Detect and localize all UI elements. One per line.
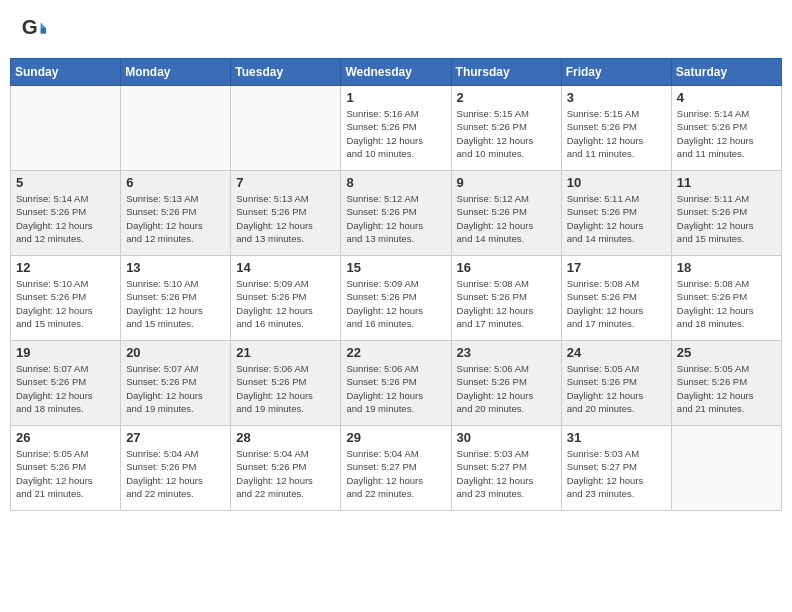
day-info: Sunrise: 5:16 AM Sunset: 5:26 PM Dayligh… [346,107,445,160]
day-number: 29 [346,430,445,445]
week-row-1: 1Sunrise: 5:16 AM Sunset: 5:26 PM Daylig… [11,86,782,171]
day-info: Sunrise: 5:04 AM Sunset: 5:26 PM Dayligh… [236,447,335,500]
day-info: Sunrise: 5:05 AM Sunset: 5:26 PM Dayligh… [16,447,115,500]
day-info: Sunrise: 5:15 AM Sunset: 5:26 PM Dayligh… [567,107,666,160]
col-header-thursday: Thursday [451,59,561,86]
day-info: Sunrise: 5:07 AM Sunset: 5:26 PM Dayligh… [16,362,115,415]
day-cell: 1Sunrise: 5:16 AM Sunset: 5:26 PM Daylig… [341,86,451,171]
day-number: 8 [346,175,445,190]
day-cell: 3Sunrise: 5:15 AM Sunset: 5:26 PM Daylig… [561,86,671,171]
day-number: 21 [236,345,335,360]
day-number: 18 [677,260,776,275]
day-number: 5 [16,175,115,190]
day-number: 4 [677,90,776,105]
day-number: 11 [677,175,776,190]
day-number: 27 [126,430,225,445]
day-cell: 26Sunrise: 5:05 AM Sunset: 5:26 PM Dayli… [11,426,121,511]
day-info: Sunrise: 5:08 AM Sunset: 5:26 PM Dayligh… [567,277,666,330]
day-info: Sunrise: 5:13 AM Sunset: 5:26 PM Dayligh… [236,192,335,245]
day-cell: 31Sunrise: 5:03 AM Sunset: 5:27 PM Dayli… [561,426,671,511]
day-number: 22 [346,345,445,360]
day-cell: 4Sunrise: 5:14 AM Sunset: 5:26 PM Daylig… [671,86,781,171]
day-cell: 5Sunrise: 5:14 AM Sunset: 5:26 PM Daylig… [11,171,121,256]
day-cell [121,86,231,171]
day-info: Sunrise: 5:14 AM Sunset: 5:26 PM Dayligh… [677,107,776,160]
day-cell: 22Sunrise: 5:06 AM Sunset: 5:26 PM Dayli… [341,341,451,426]
day-info: Sunrise: 5:10 AM Sunset: 5:26 PM Dayligh… [126,277,225,330]
day-info: Sunrise: 5:12 AM Sunset: 5:26 PM Dayligh… [346,192,445,245]
day-number: 10 [567,175,666,190]
logo: G [20,15,52,43]
day-info: Sunrise: 5:06 AM Sunset: 5:26 PM Dayligh… [346,362,445,415]
day-number: 2 [457,90,556,105]
logo-icon: G [20,15,48,43]
day-number: 6 [126,175,225,190]
calendar-table: SundayMondayTuesdayWednesdayThursdayFrid… [10,58,782,511]
day-cell: 30Sunrise: 5:03 AM Sunset: 5:27 PM Dayli… [451,426,561,511]
day-info: Sunrise: 5:07 AM Sunset: 5:26 PM Dayligh… [126,362,225,415]
svg-marker-2 [41,28,47,34]
day-cell [231,86,341,171]
day-cell: 9Sunrise: 5:12 AM Sunset: 5:26 PM Daylig… [451,171,561,256]
day-info: Sunrise: 5:04 AM Sunset: 5:26 PM Dayligh… [126,447,225,500]
day-cell: 24Sunrise: 5:05 AM Sunset: 5:26 PM Dayli… [561,341,671,426]
day-number: 23 [457,345,556,360]
day-number: 13 [126,260,225,275]
day-number: 1 [346,90,445,105]
day-cell: 7Sunrise: 5:13 AM Sunset: 5:26 PM Daylig… [231,171,341,256]
col-header-monday: Monday [121,59,231,86]
day-cell [11,86,121,171]
day-info: Sunrise: 5:03 AM Sunset: 5:27 PM Dayligh… [567,447,666,500]
day-cell: 6Sunrise: 5:13 AM Sunset: 5:26 PM Daylig… [121,171,231,256]
day-number: 28 [236,430,335,445]
day-cell: 23Sunrise: 5:06 AM Sunset: 5:26 PM Dayli… [451,341,561,426]
day-info: Sunrise: 5:05 AM Sunset: 5:26 PM Dayligh… [567,362,666,415]
week-row-4: 19Sunrise: 5:07 AM Sunset: 5:26 PM Dayli… [11,341,782,426]
week-row-5: 26Sunrise: 5:05 AM Sunset: 5:26 PM Dayli… [11,426,782,511]
day-info: Sunrise: 5:09 AM Sunset: 5:26 PM Dayligh… [346,277,445,330]
day-number: 19 [16,345,115,360]
page-header: G [10,10,782,48]
day-number: 14 [236,260,335,275]
col-header-saturday: Saturday [671,59,781,86]
day-cell: 2Sunrise: 5:15 AM Sunset: 5:26 PM Daylig… [451,86,561,171]
svg-marker-1 [41,22,47,28]
day-info: Sunrise: 5:05 AM Sunset: 5:26 PM Dayligh… [677,362,776,415]
day-number: 15 [346,260,445,275]
calendar-body: 1Sunrise: 5:16 AM Sunset: 5:26 PM Daylig… [11,86,782,511]
svg-text:G: G [22,15,38,38]
day-number: 7 [236,175,335,190]
week-row-3: 12Sunrise: 5:10 AM Sunset: 5:26 PM Dayli… [11,256,782,341]
col-header-friday: Friday [561,59,671,86]
col-header-tuesday: Tuesday [231,59,341,86]
day-number: 20 [126,345,225,360]
day-number: 26 [16,430,115,445]
day-info: Sunrise: 5:08 AM Sunset: 5:26 PM Dayligh… [457,277,556,330]
day-cell: 18Sunrise: 5:08 AM Sunset: 5:26 PM Dayli… [671,256,781,341]
day-info: Sunrise: 5:12 AM Sunset: 5:26 PM Dayligh… [457,192,556,245]
day-cell: 28Sunrise: 5:04 AM Sunset: 5:26 PM Dayli… [231,426,341,511]
day-cell: 16Sunrise: 5:08 AM Sunset: 5:26 PM Dayli… [451,256,561,341]
day-info: Sunrise: 5:10 AM Sunset: 5:26 PM Dayligh… [16,277,115,330]
day-info: Sunrise: 5:06 AM Sunset: 5:26 PM Dayligh… [236,362,335,415]
day-info: Sunrise: 5:15 AM Sunset: 5:26 PM Dayligh… [457,107,556,160]
day-info: Sunrise: 5:11 AM Sunset: 5:26 PM Dayligh… [677,192,776,245]
day-number: 16 [457,260,556,275]
day-cell: 17Sunrise: 5:08 AM Sunset: 5:26 PM Dayli… [561,256,671,341]
day-cell: 8Sunrise: 5:12 AM Sunset: 5:26 PM Daylig… [341,171,451,256]
day-cell: 11Sunrise: 5:11 AM Sunset: 5:26 PM Dayli… [671,171,781,256]
day-cell: 29Sunrise: 5:04 AM Sunset: 5:27 PM Dayli… [341,426,451,511]
day-number: 25 [677,345,776,360]
day-number: 3 [567,90,666,105]
day-number: 31 [567,430,666,445]
day-number: 9 [457,175,556,190]
day-info: Sunrise: 5:09 AM Sunset: 5:26 PM Dayligh… [236,277,335,330]
day-info: Sunrise: 5:11 AM Sunset: 5:26 PM Dayligh… [567,192,666,245]
day-cell: 25Sunrise: 5:05 AM Sunset: 5:26 PM Dayli… [671,341,781,426]
day-cell: 21Sunrise: 5:06 AM Sunset: 5:26 PM Dayli… [231,341,341,426]
day-info: Sunrise: 5:06 AM Sunset: 5:26 PM Dayligh… [457,362,556,415]
col-header-wednesday: Wednesday [341,59,451,86]
day-info: Sunrise: 5:14 AM Sunset: 5:26 PM Dayligh… [16,192,115,245]
day-cell: 12Sunrise: 5:10 AM Sunset: 5:26 PM Dayli… [11,256,121,341]
day-cell: 27Sunrise: 5:04 AM Sunset: 5:26 PM Dayli… [121,426,231,511]
